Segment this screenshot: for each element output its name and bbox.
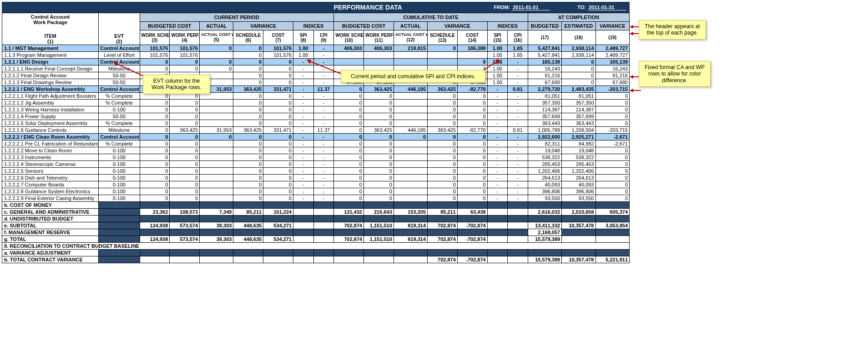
value-cell: 285,453 — [528, 161, 561, 168]
summary-row: b. TOTAL CONTRACT VARIANCE702,874-702,87… — [2, 256, 630, 263]
value-cell: 363,425 — [428, 127, 458, 134]
summary-cell — [528, 216, 561, 222]
value-cell: 93,550 — [562, 195, 595, 202]
item-cell: 1.2.2.2 / ENG Clean Room Assembly — [2, 134, 99, 140]
value-cell: 0 — [363, 120, 394, 127]
value-cell: 2,483,435 — [562, 86, 595, 93]
value-cell: 0 — [140, 195, 170, 202]
summary-cell — [313, 236, 334, 243]
summary-cell — [457, 202, 487, 209]
summary-cell — [313, 250, 334, 256]
summary-cell — [363, 250, 394, 256]
value-cell: 81,216 — [595, 72, 630, 79]
value-cell: 285,453 — [562, 161, 595, 168]
value-cell: 406,303 — [363, 45, 394, 52]
item-cell: 1.2.2.2.5 Sensors — [2, 168, 99, 175]
value-cell: 0 — [363, 100, 394, 106]
summary-cell: 13,411,332 — [528, 222, 561, 229]
value-cell: 0 — [263, 147, 293, 154]
value-cell: 0 — [233, 120, 263, 127]
summary-cell — [363, 202, 394, 209]
value-cell: 2,489,727 — [595, 45, 630, 52]
value-cell: 0 — [140, 154, 170, 161]
value-cell: 357,350 — [562, 100, 595, 106]
value-cell: 93,550 — [528, 195, 561, 202]
value-cell: - — [313, 113, 334, 120]
value-cell — [457, 52, 487, 59]
col7: COST(7) — [263, 30, 293, 45]
value-cell: 0 — [334, 195, 364, 202]
value-cell: 0 — [428, 120, 458, 127]
summary-cell — [508, 222, 528, 229]
value-cell: 0 — [263, 106, 293, 113]
report-title: PERFORMANCE DATA — [242, 4, 494, 11]
value-cell: 0 — [457, 113, 487, 120]
value-cell: - — [487, 86, 508, 93]
item-label: ITEM — [4, 33, 97, 39]
summary-cell: 153,205 — [394, 209, 427, 216]
value-cell: 1,005,789 — [528, 127, 561, 134]
summary-cell — [263, 256, 293, 263]
value-cell: 82,311 — [528, 140, 561, 147]
value-cell: 0 — [233, 52, 263, 59]
value-cell: - — [508, 154, 528, 161]
value-cell: -2,671 — [595, 140, 630, 147]
atc-var: VARIANCE — [595, 22, 630, 30]
item-cell: 1.2.1.1.1 Receive Final Concept Design — [2, 65, 99, 72]
value-cell: 0 — [595, 106, 630, 113]
value-cell: - — [508, 113, 528, 120]
value-cell — [200, 113, 233, 120]
summary-cell — [170, 229, 200, 236]
summary-cell — [394, 250, 427, 256]
summary-cell — [170, 202, 200, 209]
summary-cell — [487, 209, 508, 216]
value-cell: 31,953 — [200, 127, 233, 134]
value-cell: 0 — [457, 120, 487, 127]
value-cell: 0 — [233, 140, 263, 147]
value-cell: 538,322 — [562, 154, 595, 161]
value-cell — [200, 120, 233, 127]
value-cell: 0 — [394, 134, 427, 140]
value-cell: 0 — [428, 195, 458, 202]
to-label: TO: — [577, 5, 586, 10]
callout-header: The header appears at the top of each pa… — [639, 20, 706, 40]
value-cell: 101,576 — [170, 45, 200, 52]
summary-cell — [200, 216, 233, 222]
value-cell: 0 — [170, 113, 200, 120]
value-cell: 0 — [428, 93, 458, 100]
value-cell: 0 — [263, 72, 293, 79]
value-cell: 0 — [263, 140, 293, 147]
value-cell: 0 — [140, 175, 170, 181]
summary-cell — [487, 236, 508, 243]
value-cell — [394, 175, 427, 181]
value-cell: 0 — [363, 181, 394, 188]
value-cell — [394, 181, 427, 188]
value-cell: 0 — [170, 134, 200, 140]
value-cell: 0 — [363, 93, 394, 100]
col4: WORK PERFORMED(4) — [170, 30, 200, 45]
value-cell: 0 — [233, 65, 263, 72]
value-cell — [394, 59, 427, 65]
value-cell: 357,699 — [562, 113, 595, 120]
value-cell: 0 — [457, 168, 487, 175]
current-period-header: CURRENT PERIOD — [140, 13, 334, 22]
summary-cell: -702,874 — [457, 256, 487, 263]
value-cell: - — [487, 113, 508, 120]
summary-cell — [487, 229, 508, 236]
summary-cell — [334, 256, 364, 263]
table-body: 1.1 / MGT ManagementControl Account101,5… — [2, 45, 630, 263]
summary-cell — [487, 250, 508, 256]
summary-cell — [313, 222, 334, 229]
svg-marker-1 — [630, 25, 633, 29]
cur-ac: ACTUAL — [200, 22, 233, 30]
value-cell: 0 — [428, 45, 458, 52]
value-cell — [394, 195, 427, 202]
item-cell: 1.2.2.1.1 Flight Path Adjustment Booster… — [2, 93, 99, 100]
col9: CPI(9) — [313, 30, 334, 45]
value-cell — [394, 113, 427, 120]
table-row: 1.2.2.1.3 Wiring Harness Installation0-1… — [2, 106, 630, 113]
value-cell: - — [487, 127, 508, 134]
value-cell: 363,425 — [428, 86, 458, 93]
value-cell: 0 — [170, 147, 200, 154]
value-cell: - — [313, 147, 334, 154]
